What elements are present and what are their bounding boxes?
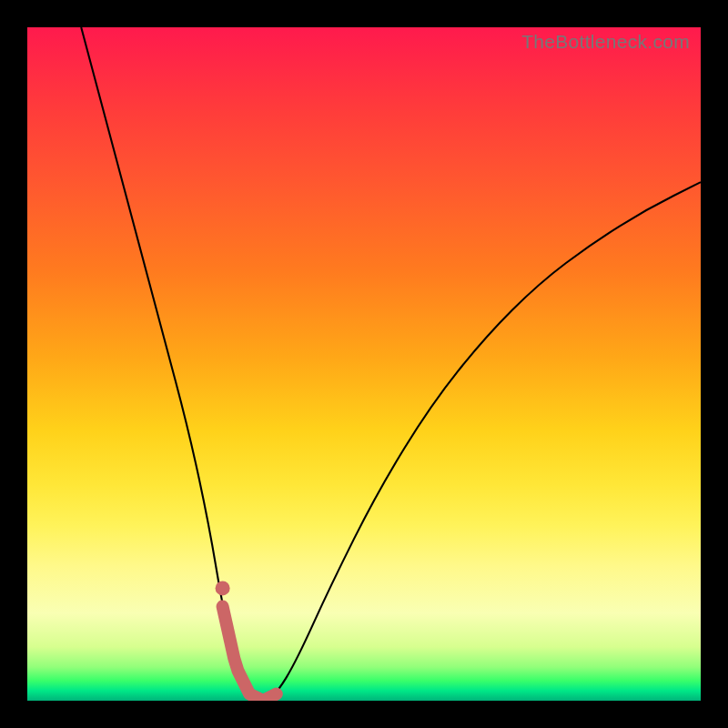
- highlight-dot: [216, 581, 230, 595]
- plot-area: TheBottleneck.com: [27, 27, 701, 701]
- highlight-range-marker: [223, 606, 277, 700]
- chart-svg: [27, 27, 701, 701]
- bottleneck-curve: [81, 27, 701, 699]
- chart-frame: TheBottleneck.com: [0, 0, 728, 728]
